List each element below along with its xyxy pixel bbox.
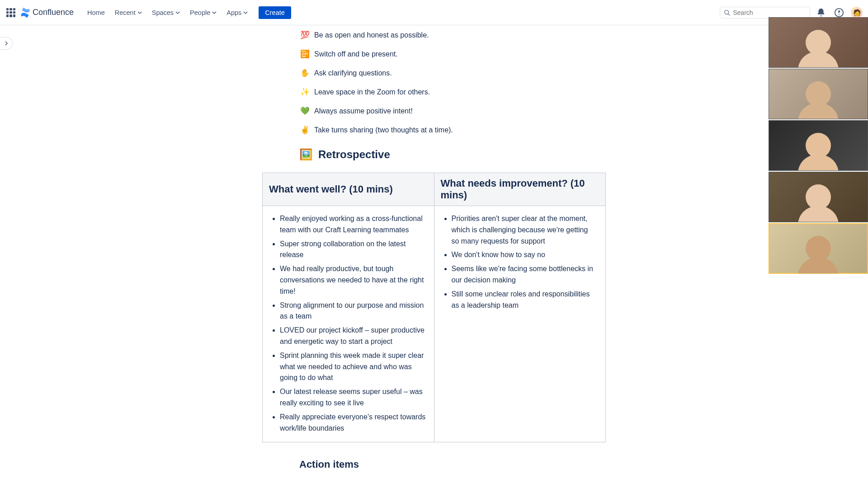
- list-item: We had really productive, but tough conv…: [280, 263, 426, 297]
- retrospective-icon: 🖼️: [299, 148, 313, 161]
- nav-spaces[interactable]: Spaces: [147, 6, 184, 19]
- main-area: 💯Be as open and honest as possible.📴Swit…: [0, 25, 868, 488]
- primary-nav: Home Recent Spaces People Apps Create: [83, 6, 291, 19]
- retrospective-heading-text: Retrospective: [318, 148, 390, 161]
- nav-apps-label: Apps: [226, 9, 241, 16]
- rule-text: Always assume positive intent!: [314, 106, 413, 117]
- rule-emoji: ✋: [300, 68, 310, 79]
- ground-rules-list: 💯Be as open and honest as possible.📴Swit…: [262, 30, 606, 136]
- list-item: Really appreciate everyone's respect tow…: [280, 412, 426, 434]
- brand-name: Confluence: [33, 8, 74, 17]
- rule-text: Switch off and be present.: [314, 49, 398, 60]
- nav-home-label: Home: [87, 9, 105, 16]
- list-item: Strong alignment to our purpose and miss…: [280, 300, 426, 323]
- page-content: 💯Be as open and honest as possible.📴Swit…: [262, 25, 606, 470]
- list-item: Sprint planning this week made it super …: [280, 350, 426, 384]
- needs-improvement-header: What needs improvement? (10 mins): [434, 173, 606, 206]
- participant-icon: [806, 236, 831, 261]
- list-item: LOVED our project kickoff – super produc…: [280, 325, 426, 347]
- ground-rule-item: 📴Switch off and be present.: [300, 49, 606, 60]
- video-participant-tile[interactable]: [769, 172, 868, 222]
- rule-text: Leave space in the Zoom for others.: [314, 87, 430, 98]
- rule-emoji: 📴: [300, 49, 310, 60]
- nav-people-label: People: [190, 9, 210, 16]
- nav-recent-label: Recent: [115, 9, 136, 16]
- chevron-down-icon: [243, 10, 248, 15]
- svg-line-1: [728, 14, 730, 15]
- expand-sidebar-button[interactable]: [0, 37, 13, 50]
- needs-improvement-list: Priorities aren't super clear at the mom…: [443, 213, 598, 311]
- ground-rule-item: 💯Be as open and honest as possible.: [300, 30, 606, 41]
- list-item: Our latest release seems super useful – …: [280, 386, 426, 409]
- rule-text: Ask clarifying questions.: [314, 68, 392, 79]
- nav-recent[interactable]: Recent: [110, 6, 146, 19]
- list-item: Really enjoyed working as a cross-functi…: [280, 213, 426, 236]
- nav-home[interactable]: Home: [83, 6, 109, 19]
- went-well-list: Really enjoyed working as a cross-functi…: [271, 213, 426, 434]
- brand-home-link[interactable]: Confluence: [20, 7, 74, 18]
- chevron-down-icon: [212, 10, 217, 15]
- confluence-logo-icon: [20, 7, 31, 18]
- ground-rule-item: ✨Leave space in the Zoom for others.: [300, 87, 606, 98]
- list-item: Still some unclear roles and responsibil…: [452, 289, 598, 311]
- list-item: Seems like we're facing some bottlenecks…: [452, 263, 598, 286]
- video-call-overlay[interactable]: [769, 17, 868, 274]
- search-icon: [724, 9, 730, 16]
- participant-icon: [806, 133, 831, 158]
- retrospective-heading: 🖼️ Retrospective: [262, 148, 606, 161]
- participant-icon: [806, 81, 831, 107]
- rule-text: Be as open and honest as possible.: [314, 30, 429, 41]
- app-switcher-icon[interactable]: [5, 7, 16, 18]
- create-button[interactable]: Create: [259, 6, 291, 19]
- video-participant-tile[interactable]: [769, 223, 868, 274]
- needs-improvement-cell[interactable]: Priorities aren't super clear at the mom…: [434, 206, 606, 442]
- rule-emoji: 💚: [300, 106, 310, 117]
- help-icon: [834, 8, 844, 18]
- rule-emoji: 💯: [300, 30, 310, 41]
- rule-text: Take turns sharing (two thoughts at a ti…: [314, 125, 453, 136]
- list-item: We don't know how to say no: [452, 249, 598, 261]
- participant-icon: [806, 30, 831, 55]
- rule-emoji: ✌️: [300, 125, 310, 136]
- ground-rule-item: 💚Always assume positive intent!: [300, 106, 606, 117]
- action-items-heading: Action items: [262, 459, 606, 470]
- chevron-right-icon: [4, 41, 9, 46]
- bell-icon: [816, 8, 826, 18]
- search-box[interactable]: [720, 7, 810, 19]
- participant-icon: [806, 184, 831, 210]
- nav-people[interactable]: People: [185, 6, 221, 19]
- svg-point-0: [725, 10, 729, 14]
- nav-apps[interactable]: Apps: [222, 6, 252, 19]
- went-well-header: What went well? (10 mins): [263, 173, 434, 206]
- profile-avatar[interactable]: 🧑: [851, 7, 863, 19]
- ground-rule-item: ✌️Take turns sharing (two thoughts at a …: [300, 125, 606, 136]
- went-well-cell[interactable]: Really enjoyed working as a cross-functi…: [263, 206, 434, 442]
- list-item: Super strong collaboration on the latest…: [280, 239, 426, 261]
- nav-spaces-label: Spaces: [152, 9, 174, 16]
- rule-emoji: ✨: [300, 87, 310, 98]
- retrospective-table: What went well? (10 mins) What needs imp…: [262, 173, 606, 442]
- chevron-down-icon: [175, 10, 180, 15]
- list-item: Priorities aren't super clear at the mom…: [452, 213, 598, 247]
- chevron-down-icon: [137, 10, 142, 15]
- video-participant-tile[interactable]: [769, 17, 868, 68]
- video-participant-tile[interactable]: [769, 69, 868, 119]
- top-navigation: Confluence Home Recent Spaces People App…: [0, 0, 868, 25]
- ground-rule-item: ✋Ask clarifying questions.: [300, 68, 606, 79]
- search-input[interactable]: [733, 9, 806, 16]
- video-participant-tile[interactable]: [769, 120, 868, 171]
